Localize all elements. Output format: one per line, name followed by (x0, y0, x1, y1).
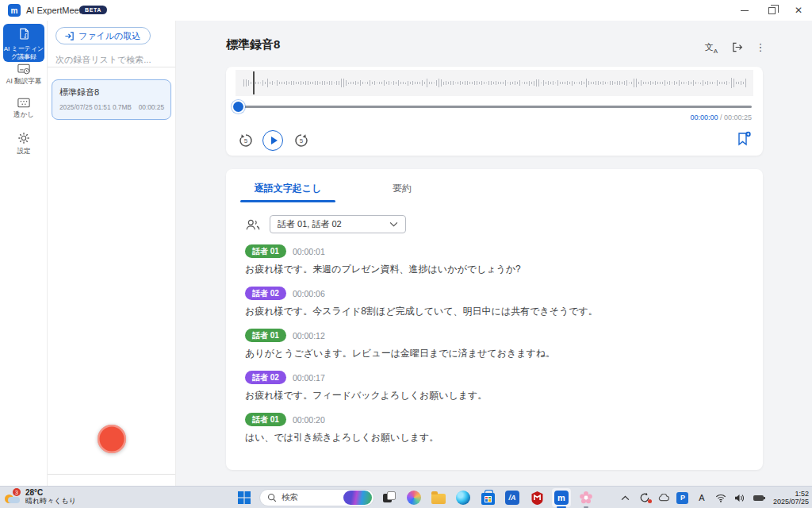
tray-sync-button[interactable] (638, 491, 651, 504)
slash-a-icon: /A (505, 491, 519, 505)
speaker-icon (734, 494, 745, 502)
app-title: AI ExpertMeet (26, 6, 82, 15)
nav-rail: AI ミーティング議事録 AI 翻訳字幕 透かし 設定 (0, 21, 48, 486)
tray-blue-app-button[interactable]: P (676, 491, 689, 504)
export-icon (731, 41, 743, 53)
restore-button[interactable] (760, 2, 783, 19)
weather-widget[interactable]: 3 28°C 晴れ時々くもり (4, 488, 76, 506)
volume-button[interactable] (733, 491, 746, 504)
seek-slider-thumb[interactable] (233, 102, 243, 112)
transcript-entry[interactable]: 話者 01 00:00:20 はい、では引き続きよろしくお願いします。 (245, 413, 744, 444)
rewind-5-icon: 5 (238, 133, 254, 148)
flower-app-button[interactable] (576, 488, 596, 507)
translate-button[interactable]: 文A (703, 39, 720, 55)
edge-button[interactable] (454, 488, 473, 507)
speaker-badge: 話者 02 (245, 371, 286, 384)
import-file-button[interactable]: ファイルの取込 (56, 27, 151, 44)
entry-timestamp[interactable]: 00:00:17 (293, 373, 325, 383)
entry-timestamp[interactable]: 00:00:12 (293, 331, 325, 341)
more-options-button[interactable]: ⋮ (752, 39, 769, 55)
start-button[interactable] (235, 488, 254, 507)
gear-icon (17, 132, 30, 144)
seek-slider-track[interactable] (237, 106, 752, 108)
minimize-button[interactable] (733, 2, 756, 19)
sidebar-item-meeting-minutes[interactable]: AI ミーティング議事録 (3, 24, 44, 62)
export-button[interactable] (728, 39, 745, 55)
speakers-icon (245, 218, 261, 231)
total-time: 00:00:25 (724, 114, 752, 121)
translate-icon: 文 (705, 41, 714, 53)
close-button[interactable]: ✕ (787, 2, 810, 19)
tray-chevron-up-button[interactable] (619, 491, 632, 504)
main-content: 標準録音8 文A ⋮ 00:00:00 / 00:00:25 5 5 (176, 21, 812, 486)
entry-timestamp[interactable]: 00:00:20 (293, 415, 325, 425)
recording-list-item[interactable]: 標準録音8 2025/07/25 01:51 0.7MB 00:00:25 (52, 79, 171, 120)
transcript-entry[interactable]: 話者 02 00:00:17 お疲れ様です。フィードバックよろしくお願いします。 (245, 371, 744, 402)
record-button[interactable] (98, 425, 126, 453)
file-explorer-button[interactable] (429, 488, 448, 507)
recording-title: 標準録音8 (59, 87, 164, 98)
search-highlight-thumbnail[interactable] (343, 491, 372, 505)
transcript-entries: 話者 01 00:00:01 お疲れ様です。来週のプレゼン資料、進捗はいかがでし… (245, 244, 744, 444)
taskbar-center: 検索 /A m (235, 488, 596, 507)
time-separator: / (718, 114, 724, 121)
sidebar-item-label: 透かし (0, 110, 48, 120)
store-icon (481, 493, 495, 505)
onedrive-button[interactable] (657, 491, 670, 504)
entry-timestamp[interactable]: 00:00:01 (293, 247, 325, 256)
slash-a-app-button[interactable]: /A (503, 488, 522, 507)
forward-5-icon: 5 (293, 133, 309, 148)
speaker-filter-row: 話者 01, 話者 02 (245, 215, 763, 233)
forward-5s-button[interactable]: 5 (293, 132, 310, 149)
mcafee-button[interactable] (527, 488, 546, 507)
tray-blue-app-icon: P (676, 492, 688, 504)
rewind-5s-button[interactable]: 5 (237, 132, 255, 149)
battery-button[interactable] (753, 491, 765, 504)
sidebar-item-translation-subtitles[interactable]: AI 翻訳字幕 (0, 64, 48, 87)
expertmeet-taskbar-button[interactable]: m (552, 488, 571, 507)
waveform[interactable] (236, 70, 753, 96)
sidebar-item-label: 設定 (0, 147, 48, 156)
entry-timestamp[interactable]: 00:00:06 (293, 289, 325, 298)
speaker-badge: 話者 01 (245, 413, 286, 426)
taskbar-search[interactable]: 検索 (259, 489, 374, 506)
sidebar-item-settings[interactable]: 設定 (0, 132, 48, 156)
taskbar: 3 28°C 晴れ時々くもり 検索 /A (0, 486, 812, 508)
svg-text:5: 5 (300, 137, 304, 144)
clock-time: 1:52 (773, 490, 809, 498)
speaker-filter-dropdown[interactable]: 話者 01, 話者 02 (270, 215, 406, 233)
flower-icon (579, 491, 593, 505)
tab-label: 逐語文字起こし (255, 183, 322, 194)
weather-desc: 晴れ時々くもり (25, 497, 76, 506)
entry-text: お疲れ様です。来週のプレゼン資料、進捗はいかがでしょうか? (245, 263, 744, 276)
microsoft-store-button[interactable] (478, 488, 497, 507)
transcript-entry[interactable]: 話者 02 00:00:06 お疲れ様です。今スライド8割ほど完成していて、明日… (245, 287, 744, 318)
cloud-icon (657, 494, 669, 502)
copilot-button[interactable] (404, 488, 423, 507)
wifi-icon (715, 494, 726, 502)
expertmeet-icon: m (554, 491, 569, 505)
tab-verbatim-transcript[interactable]: 逐語文字起こし (237, 177, 339, 202)
recording-list-panel: ファイルの取込 標準録音8 2025/07/25 01:51 0.7MB 00:… (48, 21, 176, 486)
transcript-entry[interactable]: 話者 01 00:00:01 お疲れ様です。来週のプレゼン資料、進捗はいかがでし… (245, 244, 744, 276)
ime-mode-button[interactable]: A (695, 491, 708, 504)
tab-summary[interactable]: 要約 (364, 177, 440, 202)
clock-widget[interactable]: 1:52 2025/07/25 (773, 490, 809, 506)
subtitles-icon (17, 64, 30, 75)
taskbar-search-placeholder: 検索 (282, 492, 339, 503)
sidebar-item-watermark[interactable]: 透かし (0, 98, 48, 120)
transcript-entry[interactable]: 話者 01 00:00:12 ありがとうございます。レビューは金曜日までに済ませ… (245, 329, 744, 360)
recording-search-input[interactable] (56, 55, 168, 64)
weather-icon: 3 (4, 488, 21, 506)
play-button[interactable] (262, 130, 283, 151)
task-view-button[interactable] (380, 488, 399, 507)
edge-icon (456, 491, 470, 505)
entry-text: はい、では引き続きよろしくお願いします。 (245, 431, 744, 444)
ime-indicator: A (699, 493, 704, 502)
current-time: 00:00:00 (690, 114, 718, 121)
entry-text: お疲れ様です。フィードバックよろしくお願いします。 (245, 389, 744, 402)
wifi-button[interactable] (714, 491, 727, 504)
chevron-down-icon (389, 221, 398, 227)
add-bookmark-button[interactable] (736, 130, 752, 148)
notification-badge: 3 (13, 488, 21, 496)
